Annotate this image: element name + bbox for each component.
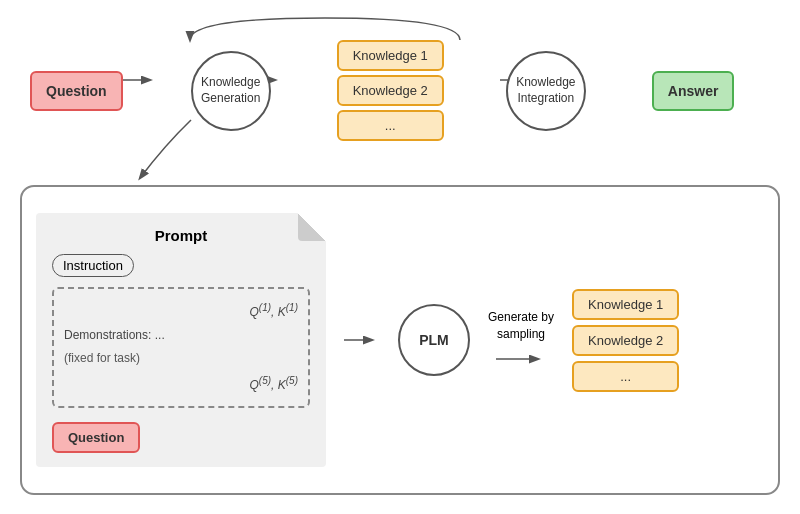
answer-box: Answer [652,71,735,111]
bottom-section: Prompt Instruction Q(1), K(1) Demonstrat… [20,185,780,495]
generate-label: Generate bysampling [488,309,554,343]
knowledge-int-label: KnowledgeIntegration [516,75,575,106]
knowledge-item-label-3: ... [385,118,396,133]
demo-dots: ... [155,328,165,342]
demonstrations-sub: (fixed for task) [64,351,140,365]
knowledge-gen-circle: KnowledgeGeneration [191,51,271,131]
demonstrations-label: Demonstrations: [64,328,151,342]
knowledge-item-label-1: Knowledge 1 [353,48,428,63]
question-box-top: Question [30,71,123,111]
knowledge-item-right-3: ... [572,361,679,392]
right-knowledge-stack: Knowledge 1 Knowledge 2 ... [572,289,679,392]
demo-q5-label: Q(5), K(5) [250,378,298,392]
top-row: Question KnowledgeGeneration Knowledge 1… [30,40,770,141]
knowledge-item-right-2: Knowledge 2 [572,325,679,356]
plm-circle: PLM [398,304,470,376]
plm-label: PLM [419,331,449,349]
knowledge-item-right-label-2: Knowledge 2 [588,333,663,348]
prompt-title: Prompt [52,227,310,244]
knowledge-item-label-2: Knowledge 2 [353,83,428,98]
arrow-prompt-plm [344,328,380,352]
diagram-container: Question KnowledgeGeneration Knowledge 1… [10,10,790,504]
question-label-top: Question [46,83,107,99]
demonstrations-box: Q(1), K(1) Demonstrations: ... (fixed fo… [52,287,310,408]
knowledge-item-top-2: Knowledge 2 [337,75,444,106]
arrow-plm-knowledge: Generate bysampling [488,309,554,371]
knowledge-item-right-1: Knowledge 1 [572,289,679,320]
demo-main-line: Demonstrations: ... [64,325,298,347]
knowledge-item-top-1: Knowledge 1 [337,40,444,71]
answer-label: Answer [668,83,719,99]
instruction-badge: Instruction [52,254,134,277]
knowledge-gen-label: KnowledgeGeneration [201,75,260,106]
knowledge-stack-top: Knowledge 1 Knowledge 2 ... [337,40,444,141]
knowledge-item-right-label-1: Knowledge 1 [588,297,663,312]
question-label-bottom: Question [68,430,124,445]
question-badge-bottom: Question [52,422,140,453]
knowledge-item-right-label-3: ... [620,369,631,384]
demo-q1-label: Q(1), K(1) [250,305,298,319]
prompt-card: Prompt Instruction Q(1), K(1) Demonstrat… [36,213,326,467]
instruction-label: Instruction [63,258,123,273]
knowledge-int-circle: KnowledgeIntegration [506,51,586,131]
knowledge-item-top-3: ... [337,110,444,141]
